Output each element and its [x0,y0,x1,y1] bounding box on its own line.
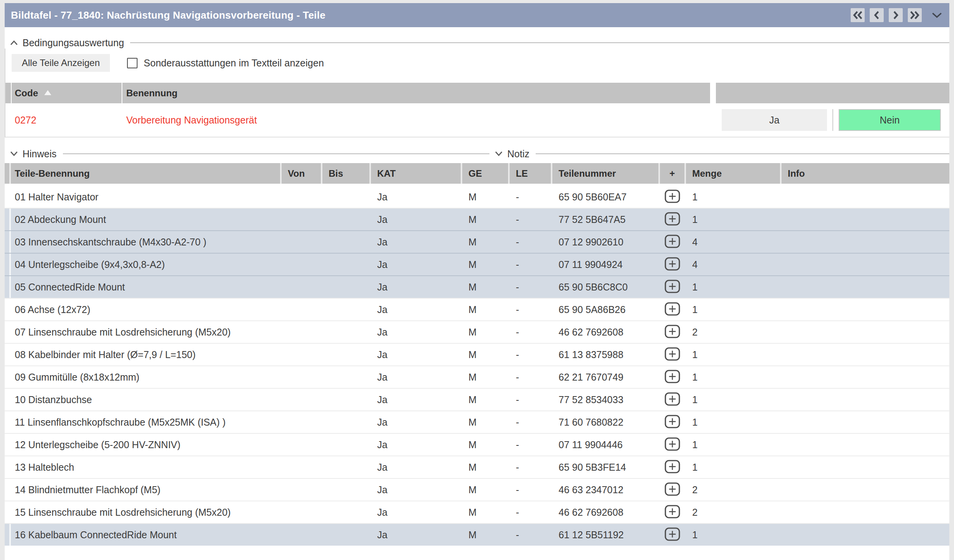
condition-table-row[interactable]: 0272 Vorbereitung Navigationsgerät Ja Ne… [5,103,949,137]
part-quantity: 4 [686,254,782,275]
table-row[interactable]: 07 Linsenschraube mit Losdrehsicherung (… [5,320,949,343]
part-von [282,456,322,478]
legend-divider [63,153,489,154]
row-gutter [5,501,11,523]
table-row[interactable]: 16 Kabelbaum ConnectedRide Mount Ja M - … [5,523,949,546]
column-header-von[interactable]: Von [282,163,322,184]
last-page-button[interactable] [908,8,922,22]
add-part-button[interactable] [664,527,681,543]
column-header-plus[interactable]: + [660,163,686,184]
table-row[interactable]: 09 Gummitülle (8x18x12mm) Ja M - 62 21 7… [5,365,949,388]
collapse-panel-icon[interactable] [931,11,943,19]
add-part-button[interactable] [664,369,681,385]
column-header-code[interactable]: Code [12,83,122,103]
add-part-button[interactable] [664,347,681,363]
add-part-button[interactable] [664,189,681,205]
column-header-teilenummer[interactable]: Teilenummer [552,163,660,184]
part-von [282,479,322,501]
chevron-down-icon[interactable] [494,151,503,157]
part-kat: Ja [371,411,462,433]
previous-page-button[interactable] [870,8,884,22]
next-page-button[interactable] [889,8,903,22]
part-von [282,411,322,433]
part-ge: M [462,456,510,478]
ja-button[interactable]: Ja [722,109,827,131]
table-row[interactable]: 04 Unterlegscheibe (9x4,3x0,8-A2) Ja M -… [5,253,949,275]
special-equipment-checkbox[interactable] [127,58,138,68]
table-row[interactable]: 14 Blindnietmutter Flachkopf (M5) Ja M -… [5,478,949,501]
table-row[interactable]: 10 Distanzbuchse Ja M - 77 52 8534033 1 [5,388,949,410]
part-info [782,321,949,343]
part-le: - [510,254,552,275]
column-header-le[interactable]: LE [510,163,552,184]
column-header-bis[interactable]: Bis [322,163,371,184]
add-part-button[interactable] [664,504,681,520]
part-von [282,501,322,523]
add-part-button[interactable] [664,279,681,295]
add-part-button[interactable] [664,212,681,228]
part-info [782,389,949,410]
part-bis [322,524,371,546]
condition-table-header: Code Benennung [5,83,949,103]
table-row[interactable]: 02 Abdeckung Mount Ja M - 77 52 5B647A5 … [5,208,949,230]
add-part-button[interactable] [664,302,681,318]
add-part-button[interactable] [664,257,681,273]
part-number: 65 90 5B3FE14 [552,456,660,478]
table-row[interactable]: 06 Achse (12x72) Ja M - 65 90 5A86B26 1 [5,298,949,320]
part-von [282,276,322,298]
part-name: 01 Halter Navigator [11,186,282,208]
table-row[interactable]: 03 Innensechskantschraube (M4x30-A2-70 )… [5,230,949,253]
row-gutter [5,344,11,365]
part-le: - [510,479,552,501]
table-row[interactable]: 11 Linsenflanschkopfschraube (M5x25MK (I… [5,410,949,433]
column-header-kat[interactable]: KAT [371,163,462,184]
add-part-button[interactable] [664,459,681,475]
table-row[interactable]: 05 ConnectedRide Mount Ja M - 65 90 5B6C… [5,275,949,298]
chevron-down-icon[interactable] [9,151,19,157]
part-le: - [510,231,552,253]
condition-code: 0272 [12,115,122,126]
part-ge: M [462,186,510,208]
add-part-button[interactable] [664,392,681,408]
table-row[interactable]: 12 Unterlegscheibe (5-200 HV-ZNNIV) Ja M… [5,433,949,456]
part-bis [322,366,371,388]
table-row[interactable]: 08 Kabelbinder mit Halter (Ø=7,9 / L=150… [5,343,949,365]
part-ge: M [462,321,510,343]
first-page-button[interactable] [851,8,865,22]
condition-controls: Alle Teile Anzeigen Sonderausstattungen … [5,49,949,72]
part-bis [322,321,371,343]
row-gutter [5,389,11,410]
hinweis-section: Hinweis [5,148,489,160]
table-row[interactable]: 13 Halteblech Ja M - 65 90 5B3FE14 1 [5,456,949,478]
row-gutter [5,479,11,501]
part-number: 65 90 5A86B26 [552,299,660,320]
part-number: 65 90 5B6C8C0 [552,276,660,298]
chevron-up-icon[interactable] [9,40,19,46]
column-header-menge[interactable]: Menge [686,163,782,184]
part-bis [322,254,371,275]
column-header-teile-benennung[interactable]: Teile-Benennung [11,163,282,184]
add-part-icon [664,302,681,318]
nein-button[interactable]: Nein [839,109,941,131]
add-part-button[interactable] [664,324,681,340]
add-part-button[interactable] [664,414,681,430]
column-header-benennung[interactable]: Benennung [122,83,710,103]
chevron-left-icon [871,10,883,21]
add-part-button[interactable] [664,234,681,250]
add-part-button[interactable] [664,437,681,453]
add-part-icon [664,459,681,475]
part-number: 46 63 2347012 [552,479,660,501]
part-bis [322,479,371,501]
add-part-button[interactable] [664,482,681,498]
parts-table-body: 01 Halter Navigator Ja M - 65 90 5B60EA7… [5,185,949,546]
part-bis [322,456,371,478]
part-quantity: 1 [686,186,782,208]
column-header-info[interactable]: Info [782,163,949,184]
part-number: 61 12 5B51192 [552,524,660,546]
table-row[interactable]: 01 Halter Navigator Ja M - 65 90 5B60EA7… [5,185,949,208]
show-all-parts-button[interactable]: Alle Teile Anzeigen [12,54,110,72]
column-header-ge[interactable]: GE [462,163,510,184]
table-row[interactable]: 15 Linsenschraube mit Losdrehsicherung (… [5,501,949,523]
part-info [782,524,949,546]
header-gutter [5,163,11,184]
